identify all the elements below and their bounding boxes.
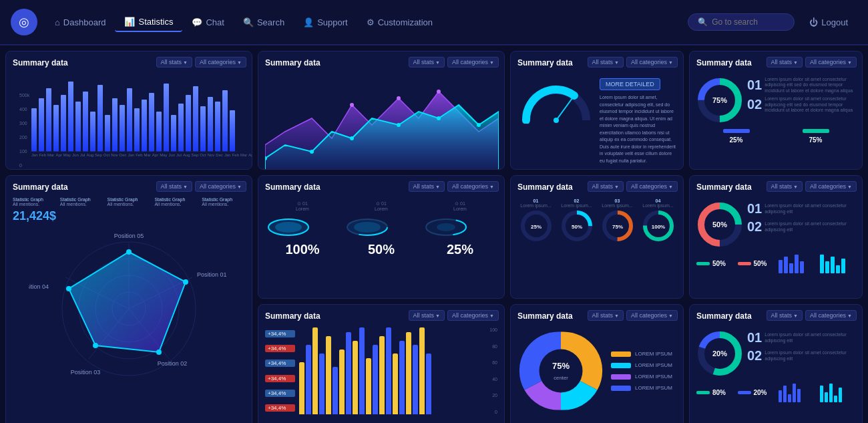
svg-point-59 (66, 286, 71, 291)
card-10-filters: All stats All categories (588, 310, 678, 321)
svg-text:100%: 100% (651, 224, 664, 230)
card-1-filters: All stats All categories (156, 57, 246, 67)
card-4-filter1[interactable]: All stats (767, 57, 803, 67)
card-7-filter2[interactable]: All categories (626, 181, 678, 192)
card-10-filter1[interactable]: All stats (588, 310, 624, 321)
ring4-svg: 100% (642, 209, 675, 243)
svg-text:Position 01: Position 01 (197, 271, 227, 278)
card-3-filter1[interactable]: All stats (588, 57, 624, 67)
svg-marker-54 (69, 252, 186, 352)
card-4-filters: All stats All categories (767, 57, 857, 67)
card-2-filter1[interactable]: All stats (409, 57, 445, 67)
pie-svg: 75% center (517, 327, 604, 414)
card-5-filter2[interactable]: All categories (195, 181, 246, 192)
card-8-filters: All stats All categories (767, 181, 857, 192)
svg-point-31 (350, 136, 354, 140)
card-11-filter2[interactable]: All categories (805, 310, 857, 321)
svg-rect-9 (97, 85, 103, 152)
svg-text:Position 04: Position 04 (29, 283, 49, 290)
svg-rect-18 (164, 84, 169, 152)
nav-search[interactable]: 🔍 Search (234, 13, 294, 31)
card-6-filter1[interactable]: All stats (409, 181, 445, 192)
card-7-filters: All stats All categories (588, 181, 678, 192)
nav-dashboard[interactable]: ⌂ Dashboard (45, 13, 115, 31)
card-7-filter1[interactable]: All stats (588, 181, 624, 192)
svg-rect-19 (171, 115, 176, 152)
svg-point-57 (156, 349, 162, 355)
card-9-filter2[interactable]: All categories (447, 310, 499, 321)
card-8-filter2[interactable]: All categories (805, 181, 857, 192)
svg-rect-3 (53, 105, 59, 152)
svg-text:75%: 75% (612, 224, 622, 230)
card-6-filters: All stats All categories (409, 181, 499, 192)
svg-rect-15 (142, 100, 147, 152)
svg-rect-16 (149, 93, 154, 152)
svg-point-34 (477, 123, 481, 127)
svg-point-35 (350, 103, 354, 107)
svg-rect-1 (39, 98, 44, 152)
search-input[interactable] (712, 17, 785, 27)
svg-rect-14 (134, 108, 140, 152)
svg-rect-24 (208, 97, 213, 152)
donut-card-3: Summary data All stats All categories 20… (689, 304, 863, 423)
svg-rect-23 (200, 106, 206, 152)
ring1-svg: 25% (519, 209, 553, 243)
nav-statistics[interactable]: 📊 Statistics (115, 13, 182, 32)
svg-text:75%: 75% (552, 361, 570, 371)
svg-text:center: center (554, 375, 568, 381)
radar-big-value: 21,424$ (13, 209, 245, 223)
donut-card-1: Summary data All stats All categories 75… (689, 51, 863, 170)
navbar: ◎ ⌂ Dashboard 📊 Statistics 💬 Chat 🔍 Sear… (0, 0, 868, 45)
svg-rect-27 (230, 110, 235, 152)
card-11-filter1[interactable]: All stats (767, 310, 803, 321)
svg-point-36 (397, 96, 401, 100)
svg-rect-4 (61, 95, 66, 152)
radar-card: Summary data All stats All categories St… (5, 175, 252, 423)
radar-svg: Position 05 Position 01 Position 02 Posi… (29, 229, 229, 389)
oval2-svg (344, 214, 391, 241)
ring3-svg: 75% (601, 209, 634, 243)
oval1-svg (265, 214, 312, 241)
card-2-filter2[interactable]: All categories (447, 57, 499, 67)
card-8-filter1[interactable]: All stats (767, 181, 803, 192)
global-search[interactable]: 🔍 (688, 13, 795, 31)
svg-rect-13 (127, 88, 132, 152)
svg-point-67 (275, 222, 302, 233)
svg-point-56 (183, 279, 188, 285)
logout-button[interactable]: ⏻ Logout (800, 13, 857, 31)
more-detailed-button[interactable]: MORE DETAILED (600, 78, 660, 90)
area-chart-card: Summary data All stats All categories (258, 51, 505, 170)
svg-text:Position 05: Position 05 (114, 233, 144, 239)
card-6-filter2[interactable]: All categories (447, 181, 499, 192)
nav-customization[interactable]: ⚙ Customization (357, 13, 442, 31)
svg-point-73 (437, 223, 455, 231)
svg-rect-6 (75, 102, 81, 152)
ring2-svg: 50% (560, 209, 594, 243)
svg-rect-20 (178, 104, 184, 152)
gauge-svg: 0 10 (519, 77, 593, 124)
y-axis-labels: 500k 400 300 200 100 0 (19, 93, 29, 168)
card-3-filter2[interactable]: All categories (626, 57, 678, 67)
svg-rect-26 (222, 90, 228, 152)
svg-point-30 (310, 150, 314, 154)
card-9-filter1[interactable]: All stats (409, 310, 445, 321)
card-10-filter2[interactable]: All categories (626, 310, 678, 321)
svg-rect-21 (186, 95, 191, 152)
card-4-filter2[interactable]: All categories (805, 57, 857, 67)
svg-rect-25 (215, 102, 220, 152)
svg-rect-8 (90, 112, 95, 152)
card-1-filter2[interactable]: All categories (195, 57, 246, 67)
svg-rect-10 (105, 115, 110, 152)
svg-text:50%: 50% (571, 224, 582, 230)
gauge-description: Lorem ipsum dolor sit amet, consectetur … (600, 94, 676, 164)
bar-chart-svg (30, 72, 237, 152)
svg-rect-22 (193, 86, 198, 152)
nav-chat[interactable]: 💬 Chat (182, 13, 233, 31)
card-5-filter1[interactable]: All stats (156, 181, 192, 192)
nav-support[interactable]: 👤 Support (294, 13, 357, 31)
svg-text:10: 10 (583, 123, 589, 124)
svg-rect-11 (112, 98, 118, 152)
card-1-filter1[interactable]: All stats (156, 57, 192, 67)
svg-rect-17 (156, 112, 162, 152)
svg-point-55 (126, 249, 132, 255)
